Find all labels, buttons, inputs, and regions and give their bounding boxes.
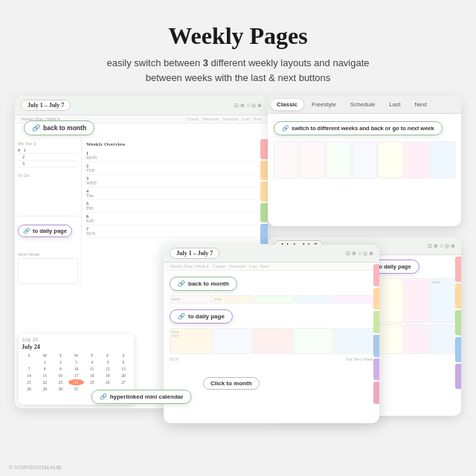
to-daily-page-left: 🔗 to daily page <box>18 222 78 237</box>
left-sidebar: My Top 3 # 1 2 3 To Do 🔗 to daily page <box>15 138 82 287</box>
day-fri: 5FRI <box>86 200 256 213</box>
page-container: Weekly Pages easily switch between 3 dif… <box>0 0 476 476</box>
day-sat: 6SAT <box>86 213 256 225</box>
center-footer-labels: SUNFor Next Week <box>164 354 379 364</box>
screenshots-area: July 1 – July 7 ⊡ ⊕ ☆ ◎ ⊗ Weekly Plan | … <box>15 96 461 438</box>
to-daily-page-center[interactable]: 🔗 to daily page <box>170 309 233 324</box>
color-tabs-center <box>373 263 379 405</box>
color-tabs-right-bottom <box>455 256 461 390</box>
tab-last[interactable]: Last <box>383 99 406 110</box>
todo-label: To Do <box>18 173 78 178</box>
planner-icons: ⊡ ⊕ ☆ ◎ ⊗ <box>234 103 262 109</box>
top3-row-1: # 1 <box>18 147 78 154</box>
left-top-bar: July 1 – July 7 ⊡ ⊕ ☆ ◎ ⊗ <box>15 96 268 115</box>
tab-freestyle[interactable]: Freestyle <box>306 99 342 110</box>
tab-schedule[interactable]: Schedule <box>344 99 381 110</box>
center-day-grid: MON TUE <box>164 295 379 303</box>
center-icons: ⊡ ⊕ ☆ ◎ ⊗ <box>346 251 373 257</box>
to-daily-page-btn-left[interactable]: 🔗 to daily page <box>18 225 72 237</box>
hyperlinked-mini-cal-annotation: 🔗 hyperlinked mini calendar <box>91 388 192 404</box>
left-date-badge: July 1 – July 7 <box>21 100 71 111</box>
right-bottom-icons: ⊡ ⊕ ☆ ◎ ⊗ <box>428 243 455 249</box>
day-mon: 1MON <box>86 149 256 162</box>
back-to-month-annotation: 🔗 back to month <box>24 120 94 135</box>
week-preview-grid <box>274 141 455 178</box>
center-header: July 1 – July 7 ⊡ ⊕ ☆ ◎ ⊗ <box>164 245 379 263</box>
day-tue: 2TUE <box>86 162 256 175</box>
click-to-month-label: Click to month <box>203 377 260 390</box>
center-daily-area: 🔗 to daily page <box>164 303 379 328</box>
day-sun: 7SUN <box>86 225 256 238</box>
mini-cal-header: July 24 <box>22 344 131 350</box>
center-date-badge: July 1 – July 7 <box>170 248 219 259</box>
day-thu: 4Thu <box>86 187 256 200</box>
tab-next[interactable]: Next <box>408 99 432 110</box>
copyright-label: © IVORYDIGITALHUB <box>9 465 61 470</box>
back-to-month-center[interactable]: 🔗 back to month <box>170 277 237 291</box>
screenshot-right-top: Classic Freestyle Schedule Last Next 🔗 s… <box>268 96 461 226</box>
top3-row-3: 3 <box>18 161 78 167</box>
day-wed: 3WED <box>86 175 256 187</box>
center-subnav: Weekly Plan | Week # Classic Freestyle L… <box>164 263 379 271</box>
tab-classic[interactable]: Classic <box>271 99 303 110</box>
weekly-overview-title: Weekly Overview <box>86 141 256 147</box>
layout-tabs-bar: Classic Freestyle Schedule Last Next <box>268 96 461 114</box>
click-to-month-annotation: Click to month <box>203 377 260 390</box>
my-top3-label: My Top 3 <box>18 141 78 146</box>
page-subtitle: easily switch between 3 different weekly… <box>106 56 369 85</box>
hyperlinked-mini-cal-btn[interactable]: 🔗 hyperlinked mini calendar <box>91 390 192 404</box>
next-week-label: Next Week <box>18 252 78 257</box>
cal-grid: SMT WTFS 12 3456 789 10111213 141516 171… <box>22 353 131 392</box>
top3-row-2: 2 <box>18 154 78 161</box>
center-back-area: 🔗 back to month <box>164 271 379 295</box>
screenshot-center: July 1 – July 7 ⊡ ⊕ ☆ ◎ ⊗ Weekly Plan | … <box>164 245 379 423</box>
small-month-label: July 24 <box>22 337 38 342</box>
right-top-content: 🔗 switch to different weeks and back or … <box>268 114 461 184</box>
back-to-month-btn-left[interactable]: 🔗 back to month <box>24 120 94 135</box>
page-title: Weekly Pages <box>168 22 308 50</box>
center-day-grid-2: TUESAT <box>164 328 379 354</box>
switch-weeks-annotation: 🔗 switch to different weeks and back or … <box>274 121 443 135</box>
